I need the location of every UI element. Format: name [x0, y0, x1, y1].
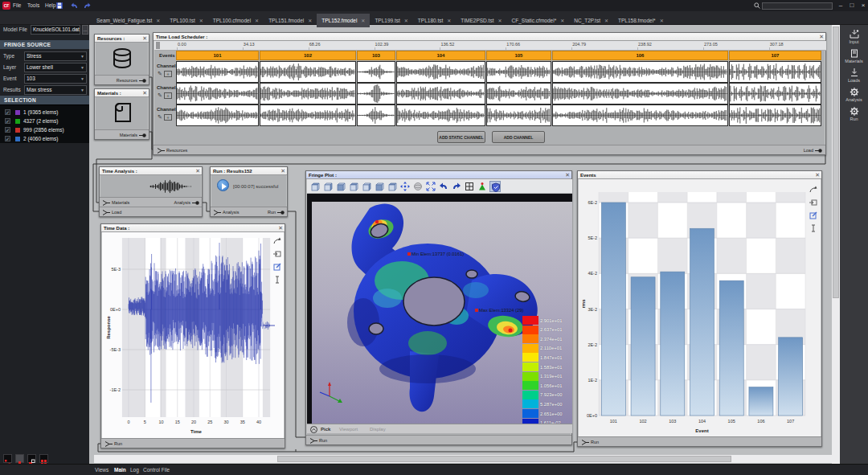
- field-select-Results[interactable]: Max stress▼: [24, 85, 87, 95]
- waveform-cell[interactable]: [552, 83, 728, 104]
- run-node[interactable]: Run : Results152✕ [00:00:07] successful …: [210, 166, 288, 217]
- layout-2-icon[interactable]: [15, 454, 24, 463]
- shield-icon[interactable]: [489, 181, 501, 192]
- tab-NC_T2P.tst[interactable]: NC_T2P.tst✕: [569, 14, 613, 27]
- text-cursor-icon[interactable]: [273, 276, 281, 284]
- tab-TPL100.tst[interactable]: TPL100.tst✕: [165, 14, 207, 27]
- close-icon[interactable]: ✕: [142, 89, 147, 96]
- redo-view-icon[interactable]: [451, 181, 462, 192]
- close-icon[interactable]: ✕: [195, 167, 200, 174]
- events-run-input[interactable]: Run: [581, 437, 599, 447]
- menu-help[interactable]: Help: [45, 0, 55, 11]
- field-select-Event[interactable]: 103▼: [24, 74, 87, 84]
- waveform-cell[interactable]: [552, 104, 728, 126]
- close-icon[interactable]: ✕: [565, 171, 570, 178]
- fit-view-icon[interactable]: [425, 181, 436, 192]
- search-icon[interactable]: [754, 2, 760, 9]
- waveform-cell[interactable]: [176, 61, 259, 83]
- waveform-cell[interactable]: [357, 104, 395, 126]
- collapse-icon[interactable]: [310, 426, 317, 433]
- tab-CF_Static.cfmodel*[interactable]: CF_Static.cfmodel*✕: [507, 14, 570, 27]
- materials-output-connector[interactable]: Materials: [120, 130, 146, 140]
- event-segment-106[interactable]: 106: [552, 51, 728, 60]
- scheduler-load-output[interactable]: Load: [804, 145, 822, 155]
- fringe-run-input[interactable]: Run: [309, 436, 327, 445]
- tab-close-icon[interactable]: ✕: [361, 18, 365, 23]
- fringe-viewport[interactable]: Min Elem:13737 (0.0161) Max Elem:13324 (…: [307, 194, 572, 424]
- copy-image-icon[interactable]: [273, 237, 281, 245]
- run-output-connector[interactable]: Run: [268, 207, 285, 217]
- view-top-icon[interactable]: [374, 181, 385, 192]
- right-toolbar-loads[interactable]: Loads: [840, 68, 868, 83]
- add-plus-icon[interactable]: ＋: [164, 92, 172, 99]
- layout-1-icon[interactable]: [3, 454, 12, 463]
- waveform-cell[interactable]: [260, 83, 356, 104]
- copy-image-icon[interactable]: [809, 186, 817, 194]
- waveform-cell[interactable]: [260, 104, 356, 126]
- export-data-icon[interactable]: [809, 199, 817, 207]
- ruler-scroll-stub[interactable]: [156, 42, 160, 49]
- event-segment-101[interactable]: 101: [176, 51, 259, 60]
- events-window[interactable]: Events✕ 0E+01E-22E-23E-24E-25E-26E-21011…: [577, 170, 822, 447]
- time-analysis-node[interactable]: Time Analysis :✕ Materials Analysis Load: [99, 166, 203, 217]
- menu-file[interactable]: File: [13, 0, 21, 11]
- tab-TPL100.cfmodel[interactable]: TPL100.cfmodel✕: [208, 14, 264, 27]
- add-static-channel-button[interactable]: ADD STATIC CHANNEL: [437, 131, 485, 143]
- statusbar-views[interactable]: Views: [95, 465, 108, 475]
- waveform-cell[interactable]: [260, 61, 356, 83]
- time-load-scheduler-window[interactable]: Time Load Scheduler :✕ 0.0034.1368.26102…: [153, 32, 826, 155]
- close-button[interactable]: ×: [858, 0, 868, 11]
- tab-close-icon[interactable]: ✕: [660, 18, 664, 23]
- close-icon[interactable]: ✕: [815, 171, 820, 178]
- tab-close-icon[interactable]: ✕: [199, 18, 203, 23]
- waveform-cell[interactable]: [729, 104, 821, 126]
- close-icon[interactable]: ✕: [278, 224, 283, 231]
- tab-Seam_Weld_Fatigue.tst[interactable]: Seam_Weld_Fatigue.tst✕: [92, 14, 165, 27]
- selection-item[interactable]: ✓4327 (2 elems): [0, 117, 89, 125]
- event-segment-107[interactable]: 107: [729, 51, 821, 60]
- tab-TPL158.fmodel*[interactable]: TPL158.fmodel*✕: [613, 14, 669, 27]
- edit-pencil-icon[interactable]: ✎: [158, 92, 162, 98]
- right-toolbar-materials[interactable]: Materials: [840, 49, 868, 63]
- checkbox[interactable]: ✓: [5, 109, 10, 115]
- statusbar-log[interactable]: Log: [130, 465, 139, 475]
- analysis-input-connector[interactable]: Analysis: [213, 207, 239, 217]
- scrollbar-thumb[interactable]: [833, 27, 839, 298]
- undo-icon[interactable]: [71, 2, 78, 9]
- waveform-cell[interactable]: [486, 61, 551, 83]
- model-file-select[interactable]: KnuckleSOL101.dat▼: [31, 25, 80, 35]
- waveform-cell[interactable]: [729, 83, 821, 104]
- event-segment-103[interactable]: 103: [357, 51, 395, 60]
- layout-4-icon[interactable]: [39, 454, 48, 463]
- waveform-cell[interactable]: [357, 61, 395, 83]
- view-right-icon[interactable]: [361, 181, 372, 192]
- maximize-button[interactable]: □: [847, 0, 857, 11]
- right-toolbar-input[interactable]: Input: [840, 30, 868, 44]
- tab-TPL180.tst[interactable]: TPL180.tst✕: [413, 14, 456, 27]
- checkbox[interactable]: ✓: [5, 127, 10, 133]
- selection-item[interactable]: ✓1 (9365 elems): [0, 108, 89, 117]
- statusbar-control-file[interactable]: Control File: [143, 465, 170, 475]
- selection-item[interactable]: ✓2 (4060 elems): [0, 134, 89, 143]
- layout-3-icon[interactable]: [27, 454, 36, 463]
- tab-close-icon[interactable]: ✕: [498, 18, 502, 23]
- waveform-cell[interactable]: [552, 61, 728, 83]
- edit-plot-icon[interactable]: [273, 263, 281, 271]
- edit-pencil-icon[interactable]: ✎: [158, 71, 162, 76]
- resources-node[interactable]: Resources :✕ Resources: [94, 34, 149, 85]
- pan-icon[interactable]: [399, 181, 411, 192]
- tab-TPL199.tst[interactable]: TPL199.tst✕: [370, 14, 412, 27]
- undo-view-icon[interactable]: [438, 181, 449, 192]
- tab-TIME2PSD.tst[interactable]: TIME2PSD.tst✕: [456, 14, 506, 27]
- add-channel-button[interactable]: ADD CHANNEL: [492, 131, 545, 143]
- waveform-cell[interactable]: [176, 83, 259, 104]
- triad-icon[interactable]: [477, 181, 488, 192]
- materials-node[interactable]: Materials :✕ Materials: [94, 88, 149, 140]
- close-icon[interactable]: ✕: [280, 167, 285, 174]
- waveform-cell[interactable]: [486, 104, 551, 126]
- fringe-plot-window[interactable]: Fringe Plot :✕ Min Elem:13737 (0.0161) M…: [305, 170, 572, 445]
- waveform-cell[interactable]: [729, 61, 821, 83]
- redo-icon[interactable]: [84, 2, 91, 9]
- pick-tab[interactable]: Pick: [321, 424, 330, 434]
- time-data-window[interactable]: Time Data :✕ 05101520253035405E-30E+0-5E…: [100, 223, 285, 448]
